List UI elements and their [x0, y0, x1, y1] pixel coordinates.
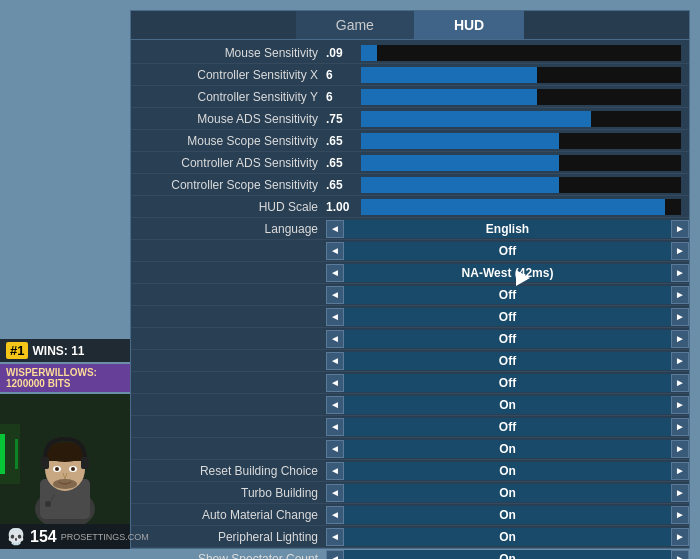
- toggle-value: On: [344, 484, 671, 502]
- arrow-right-btn[interactable]: ►: [671, 462, 689, 480]
- slider-label: Mouse Sensitivity: [131, 46, 326, 60]
- slider-bar[interactable]: [361, 155, 681, 171]
- toggle-value: On: [344, 550, 671, 560]
- slider-bar[interactable]: [361, 67, 681, 83]
- slider-row-ctrl-y: Controller Sensitivity Y 6: [131, 86, 689, 108]
- toggle-row-region: ◄ NA-West (42ms) ►: [131, 262, 689, 284]
- arrow-left-btn[interactable]: ◄: [326, 330, 344, 348]
- toggle-value: On: [344, 462, 671, 480]
- arrow-right-btn[interactable]: ►: [671, 220, 689, 238]
- slider-bar[interactable]: [361, 111, 681, 127]
- toggle-value: On: [344, 440, 671, 458]
- toggle-control: ◄ Off ►: [326, 418, 689, 436]
- arrow-left-btn[interactable]: ◄: [326, 396, 344, 414]
- slider-fill: [361, 177, 559, 193]
- arrow-right-btn[interactable]: ►: [671, 440, 689, 458]
- toggle-row-spectator: Show Spectator Count ◄ On ►: [131, 548, 689, 559]
- slider-bar[interactable]: [361, 45, 681, 61]
- cursor-arrow: [516, 270, 530, 286]
- arrow-left-btn[interactable]: ◄: [326, 528, 344, 546]
- tabs-container: Game HUD: [131, 11, 689, 40]
- tab-hud[interactable]: HUD: [414, 11, 524, 39]
- toggle-value: Off: [344, 308, 671, 326]
- svg-rect-2: [0, 434, 5, 474]
- svg-rect-8: [45, 449, 85, 461]
- toggle-value: NA-West (42ms): [344, 264, 671, 282]
- arrow-left-btn[interactable]: ◄: [326, 352, 344, 370]
- slider-fill: [361, 89, 537, 105]
- slider-fill: [361, 199, 665, 215]
- toggle-control: ◄ Off ►: [326, 352, 689, 370]
- slider-value: .65: [326, 134, 361, 148]
- arrow-right-btn[interactable]: ►: [671, 418, 689, 436]
- svg-rect-15: [81, 457, 89, 469]
- arrow-left-btn[interactable]: ◄: [326, 550, 344, 560]
- arrow-right-btn[interactable]: ►: [671, 308, 689, 326]
- arrow-right-btn[interactable]: ►: [671, 484, 689, 502]
- slider-bar[interactable]: [361, 133, 681, 149]
- slider-row-hud-scale: HUD Scale 1.00: [131, 196, 689, 218]
- arrow-left-btn[interactable]: ◄: [326, 440, 344, 458]
- toggle-value: Off: [344, 242, 671, 260]
- arrow-left-btn[interactable]: ◄: [326, 462, 344, 480]
- kills-count: 154: [30, 528, 57, 546]
- toggle-row-reset-building: Reset Building Choice ◄ On ►: [131, 460, 689, 482]
- toggle-label: Reset Building Choice: [131, 464, 326, 478]
- slider-bar[interactable]: [361, 89, 681, 105]
- toggle-control: ◄ On ►: [326, 484, 689, 502]
- arrow-right-btn[interactable]: ►: [671, 286, 689, 304]
- slider-label: Mouse Scope Sensitivity: [131, 134, 326, 148]
- arrow-left-btn[interactable]: ◄: [326, 286, 344, 304]
- toggle-control: ◄ NA-West (42ms) ►: [326, 264, 689, 282]
- arrow-right-btn[interactable]: ►: [671, 506, 689, 524]
- arrow-right-btn[interactable]: ►: [671, 374, 689, 392]
- slider-bar[interactable]: [361, 199, 681, 215]
- arrow-left-btn[interactable]: ◄: [326, 506, 344, 524]
- slider-label: Controller ADS Sensitivity: [131, 156, 326, 170]
- toggle-value: Off: [344, 352, 671, 370]
- arrow-left-btn[interactable]: ◄: [326, 308, 344, 326]
- arrow-right-btn[interactable]: ►: [671, 528, 689, 546]
- slider-bar[interactable]: [361, 177, 681, 193]
- slider-row-ctrl-x: Controller Sensitivity X 6: [131, 64, 689, 86]
- arrow-left-btn[interactable]: ◄: [326, 484, 344, 502]
- toggle-control: ◄ Off ►: [326, 286, 689, 304]
- arrow-right-btn[interactable]: ►: [671, 352, 689, 370]
- slider-label: Controller Sensitivity Y: [131, 90, 326, 104]
- toggle-row-9: ◄ Off ►: [131, 416, 689, 438]
- arrow-left-btn[interactable]: ◄: [326, 374, 344, 392]
- toggle-label: Language: [131, 222, 326, 236]
- arrow-left-btn[interactable]: ◄: [326, 264, 344, 282]
- toggle-value: English: [344, 220, 671, 238]
- slider-row-mouse-sensitivity: Mouse Sensitivity .09: [131, 42, 689, 64]
- arrow-left-btn[interactable]: ◄: [326, 220, 344, 238]
- slider-value: .09: [326, 46, 361, 60]
- arrow-right-btn[interactable]: ►: [671, 242, 689, 260]
- wins-text: WINS: 11: [32, 344, 84, 358]
- slider-fill: [361, 45, 377, 61]
- slider-value: 6: [326, 90, 361, 104]
- slider-value: .65: [326, 156, 361, 170]
- toggle-row-6: ◄ Off ►: [131, 350, 689, 372]
- toggle-control: ◄ On ►: [326, 396, 689, 414]
- arrow-left-btn[interactable]: ◄: [326, 418, 344, 436]
- svg-point-13: [53, 479, 77, 489]
- toggle-row-peripheral: Peripheral Lighting ◄ On ►: [131, 526, 689, 548]
- webcam-person-svg: [0, 394, 130, 524]
- arrow-right-btn[interactable]: ►: [671, 550, 689, 560]
- toggle-control: ◄ On ►: [326, 440, 689, 458]
- arrow-right-btn[interactable]: ►: [671, 396, 689, 414]
- svg-rect-14: [41, 457, 49, 469]
- slider-row-ctrl-scope: Controller Scope Sensitivity .65: [131, 174, 689, 196]
- skull-icon: 💀: [6, 527, 26, 546]
- tab-game[interactable]: Game: [296, 11, 414, 39]
- slider-fill: [361, 133, 559, 149]
- toggle-value: Off: [344, 374, 671, 392]
- arrow-left-btn[interactable]: ◄: [326, 242, 344, 260]
- toggle-label: Peripheral Lighting: [131, 530, 326, 544]
- arrow-right-btn[interactable]: ►: [671, 330, 689, 348]
- toggle-control: ◄ On ►: [326, 506, 689, 524]
- settings-content: Mouse Sensitivity .09 Controller Sensiti…: [131, 40, 689, 559]
- arrow-right-btn[interactable]: ►: [671, 264, 689, 282]
- prosettings-bar: 💀 154 PROSETTINGS.COM: [0, 524, 130, 549]
